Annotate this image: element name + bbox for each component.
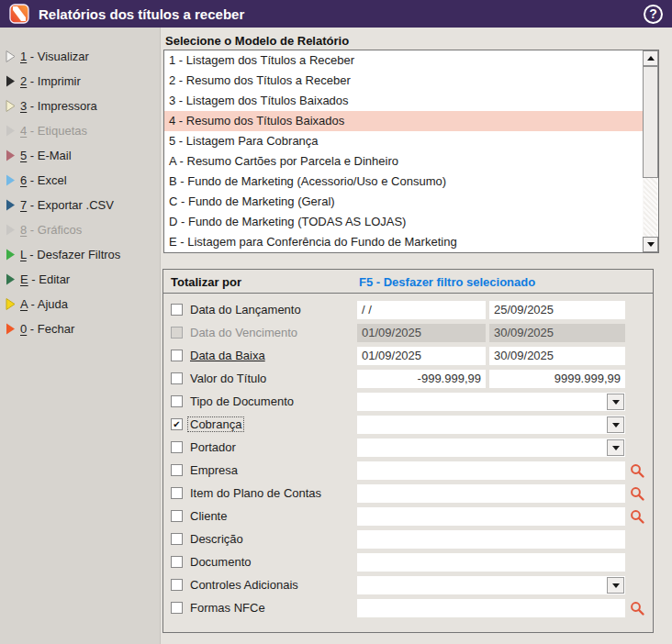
app-logo-icon [9, 4, 29, 24]
checkbox[interactable] [171, 602, 183, 614]
combo-field[interactable] [357, 416, 625, 434]
filter-label[interactable]: Descrição [190, 532, 243, 546]
sidebar-item-impressora[interactable]: 3 - Impressora [0, 94, 160, 118]
filter-row: Formas NFCe [163, 599, 653, 617]
amount-max-field[interactable]: 9999.999,99 [489, 370, 625, 388]
menu-arrow-icon [6, 323, 16, 335]
panel-title: Totalizar por [171, 275, 241, 289]
menu-arrow-icon [6, 249, 16, 261]
search-icon[interactable] [630, 463, 645, 479]
filter-row: Data do Vencimento01/09/202530/09/2025 [163, 324, 653, 342]
lookup-field[interactable] [357, 599, 625, 617]
sidebar-item-label: 7 - Exportar .CSV [20, 198, 114, 212]
sidebar-item-e-mail[interactable]: 5 - E-Mail [0, 143, 160, 168]
combo-field[interactable] [357, 439, 625, 457]
checkbox[interactable] [171, 304, 183, 316]
text-field[interactable] [357, 530, 625, 549]
title-bar: Relatórios dos títulos a receber ? [0, 0, 672, 28]
filter-row: Empresa [163, 461, 653, 480]
date-from-field[interactable]: / / [357, 301, 486, 319]
report-model-item[interactable]: 4 - Resumo dos Títulos Baixados [164, 111, 643, 131]
sidebar-item-label: L - Desfazer Filtros [20, 248, 120, 261]
checkbox[interactable] [171, 579, 183, 591]
report-model-item[interactable]: A - Resumo Cartões por Parcela e Dinheir… [164, 151, 643, 172]
filter-label[interactable]: Documento [190, 555, 251, 569]
dropdown-button[interactable] [607, 439, 624, 456]
scrollbar-track[interactable] [644, 178, 657, 237]
sidebar-item-excel[interactable]: 6 - Excel [0, 168, 160, 193]
checkbox[interactable] [171, 510, 183, 522]
filter-label[interactable]: Empresa [190, 463, 238, 477]
filter-label[interactable]: Formas NFCe [190, 601, 265, 615]
sidebar-item-visualizar[interactable]: 1 - Visualizar [0, 44, 160, 69]
dropdown-button[interactable] [607, 394, 624, 410]
lookup-field[interactable] [357, 507, 625, 526]
scrollbar-thumb[interactable] [643, 66, 658, 178]
combo-field[interactable] [357, 393, 625, 411]
checkbox[interactable]: ✔ [171, 418, 183, 430]
help-icon[interactable]: ? [644, 5, 663, 24]
filter-label[interactable]: Cobrança [188, 417, 243, 431]
checkbox[interactable] [171, 372, 183, 384]
date-from-field[interactable]: 01/09/2025 [357, 347, 486, 365]
date-to-field[interactable]: 30/09/2025 [489, 347, 625, 365]
filter-label[interactable]: Data da Baixa [190, 349, 265, 362]
menu-arrow-icon [6, 75, 16, 87]
checkbox[interactable] [171, 487, 183, 499]
sidebar-item-fechar[interactable]: 0 - Fechar [0, 316, 160, 341]
filter-label[interactable]: Item do Plano de Contas [190, 486, 321, 500]
dropdown-button[interactable] [607, 577, 624, 594]
checkbox[interactable] [171, 350, 183, 361]
lookup-field[interactable] [357, 461, 625, 480]
search-icon[interactable] [630, 601, 645, 616]
checkbox[interactable] [171, 395, 183, 407]
report-model-item[interactable]: C - Fundo de Marketing (Geral) [164, 192, 643, 212]
filter-label[interactable]: Data do Lançamento [190, 303, 301, 316]
scroll-down-icon [647, 242, 655, 247]
scroll-down-button[interactable] [643, 237, 658, 252]
report-model-item[interactable]: 3 - Listagem dos Títulos Baixados [164, 91, 643, 111]
date-to-field[interactable]: 25/09/2025 [489, 301, 625, 319]
report-list-label: Selecione o Modelo de Relatório [165, 34, 349, 48]
search-icon[interactable] [630, 509, 645, 525]
combo-field[interactable] [357, 576, 625, 594]
filter-label[interactable]: Portador [190, 440, 236, 454]
filter-label[interactable]: Controles Adicionais [190, 578, 298, 592]
filter-label[interactable]: Tipo de Documento [190, 394, 294, 408]
sidebar-item-exportar-csv[interactable]: 7 - Exportar .CSV [0, 193, 160, 217]
report-model-item[interactable]: 5 - Listagem Para Cobrança [164, 131, 643, 151]
listbox-scrollbar[interactable] [643, 50, 658, 252]
sidebar-item-ajuda[interactable]: A - Ajuda [0, 292, 160, 316]
dropdown-button[interactable] [607, 416, 624, 433]
date-to-field: 30/09/2025 [489, 324, 625, 342]
sidebar-item-imprimir[interactable]: 2 - Imprimir [0, 69, 160, 94]
report-model-item[interactable]: D - Fundo de Marketing (TODAS AS LOJAS) [164, 212, 643, 232]
clear-filter-link[interactable]: F5 - Desfazer filtro selecionado [359, 275, 535, 289]
lookup-field[interactable] [357, 484, 625, 503]
search-icon[interactable] [630, 486, 645, 502]
filter-label[interactable]: Cliente [190, 509, 227, 523]
report-model-item[interactable]: B - Fundo de Marketing (Acessorio/Uso e … [164, 172, 643, 192]
checkbox[interactable] [171, 441, 183, 453]
checkbox [171, 327, 183, 339]
filter-label[interactable]: Valor do Título [190, 372, 266, 385]
report-model-item[interactable]: 1 - Listagem dos Títulos a Receber [164, 50, 643, 71]
sidebar-item-label: 6 - Excel [20, 173, 67, 187]
amount-min-field[interactable]: -999.999,99 [357, 370, 486, 388]
scroll-up-icon [647, 56, 655, 61]
sidebar-item-label: E - Editar [20, 272, 70, 286]
sidebar-item-editar[interactable]: E - Editar [0, 267, 160, 292]
chevron-down-icon [612, 400, 620, 405]
checkbox[interactable] [171, 464, 183, 476]
report-model-item[interactable]: 2 - Resumo dos Títulos a Receber [164, 71, 643, 91]
checkbox[interactable] [171, 556, 183, 568]
scroll-up-button[interactable] [643, 50, 658, 66]
main-area: Selecione o Modelo de Relatório 1 - List… [161, 28, 672, 644]
chevron-down-icon [612, 423, 620, 427]
filter-row: Cliente [163, 507, 653, 526]
text-field[interactable] [357, 553, 625, 572]
checkbox[interactable] [171, 533, 183, 545]
sidebar-item-gr-ficos: 8 - Gráficos [0, 217, 160, 242]
report-model-item[interactable]: E - Listagem para Conferência do Fundo d… [164, 232, 643, 252]
sidebar-item-desfazer-filtros[interactable]: L - Desfazer Filtros [0, 242, 160, 267]
